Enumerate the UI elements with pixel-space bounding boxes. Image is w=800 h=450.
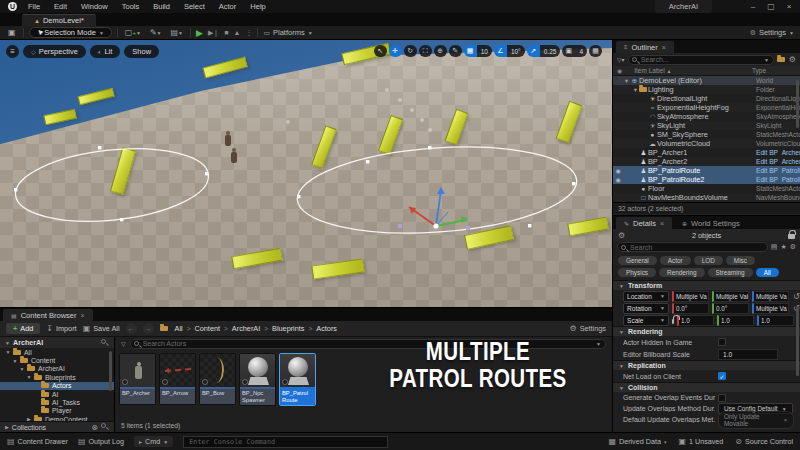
unsaved-button[interactable]: ▣1 Unsaved <box>678 437 723 446</box>
breadcrumb-item-archerai[interactable]: ArcherAI <box>232 324 260 333</box>
details-scrollbar[interactable] <box>796 306 799 376</box>
rotation-snap-value[interactable]: 10° <box>507 45 525 57</box>
cmd-dropdown[interactable]: ▸Cmd▼ <box>134 436 173 447</box>
settings-dropdown[interactable]: ⚙ Settings ▼ <box>750 28 794 37</box>
outliner-row[interactable]: ▼⊕DemoLevel (Editor)World <box>613 76 800 85</box>
surface-snap-button[interactable]: ✎ <box>449 45 462 57</box>
outliner-row[interactable]: □NavMeshBoundsVolumeNavMeshBoundsVo <box>613 193 800 202</box>
more-options-icon[interactable]: ⋮ <box>245 29 252 37</box>
world-space-button[interactable]: ⊕ <box>434 45 447 57</box>
breadcrumb-item-actors[interactable]: Actors <box>316 324 337 333</box>
outliner-row[interactable]: ◉♟BP_PatrolRouteEdit BP_PatrolRoute <box>613 166 800 175</box>
eye-icon[interactable]: ◉ <box>613 167 623 174</box>
selection-mode-dropdown[interactable]: ▶ Selection Mode ▼ <box>29 27 112 38</box>
collections-bar[interactable]: ▶ Collections ⊗ <box>0 421 114 432</box>
select-tool-button[interactable]: ↖ <box>374 45 387 57</box>
scale-tool-button[interactable]: ⛶ <box>419 45 432 57</box>
breadcrumb-item-content[interactable]: Content <box>194 324 220 333</box>
play-button[interactable]: ▶ <box>196 28 203 38</box>
import-button[interactable]: ↧Import <box>46 324 76 333</box>
3d-viewport[interactable]: ≡ ◇ Perspective ◐ Lit Show ↖ ✛ ↻ ⛶ ⊕ ✎ ▦… <box>0 40 612 307</box>
move-tool-button[interactable]: ✛ <box>389 45 402 57</box>
outliner-row[interactable]: ☁VolumetricCloudVolumetricCloud <box>613 139 800 148</box>
outliner-row[interactable]: ◉♟BP_PatrolRoute2Edit BP_PatrolRoute <box>613 175 800 184</box>
section-collision[interactable]: ▼Collision <box>613 382 800 392</box>
matrix-icon[interactable]: ▤ <box>771 243 778 251</box>
menu-build[interactable]: Build <box>146 2 177 11</box>
save-all-button[interactable]: ▣Save All <box>83 324 120 333</box>
forward-button[interactable]: → <box>143 323 154 334</box>
expand-arrow-icon[interactable]: ▼ <box>623 78 630 84</box>
menu-file[interactable]: File <box>21 2 47 11</box>
asset-tile[interactable]: BP_Arrow <box>159 353 196 405</box>
column-item-label[interactable]: Item Label <box>634 67 664 74</box>
scale-snap-icon[interactable]: ↗ <box>527 45 540 57</box>
sidebar-folder-player[interactable]: Player <box>0 407 114 415</box>
close-button[interactable]: × <box>780 0 798 13</box>
stop-button[interactable]: ■ <box>224 29 228 36</box>
lit-dropdown[interactable]: ◐ Lit <box>90 45 121 58</box>
sidebar-folder-ai_tasks[interactable]: AI_Tasks <box>0 398 114 406</box>
scale-y-field[interactable]: 1.0 <box>717 315 754 326</box>
menu-actor[interactable]: Actor <box>212 2 244 11</box>
sidebar-folder-actors[interactable]: Actors <box>0 382 114 390</box>
menu-edit[interactable]: Edit <box>47 2 74 11</box>
asset-tile[interactable]: BP_Npc Spawner <box>239 353 276 406</box>
outliner-row[interactable]: ▼LightingFolder <box>613 85 800 94</box>
grid-snap-icon[interactable]: ▦ <box>464 45 477 57</box>
minimize-button[interactable]: – <box>744 0 762 13</box>
gear-icon[interactable]: ⚙ <box>789 55 796 64</box>
sidebar-folder-blueprints[interactable]: ▼Blueprints <box>0 373 114 381</box>
scale-x-field[interactable]: 1.0 <box>677 315 714 326</box>
section-replication[interactable]: ▼Replication <box>613 360 800 370</box>
tab-outliner[interactable]: ≡ Outliner × <box>616 41 674 53</box>
browse-folder-icon[interactable] <box>777 57 785 62</box>
star-icon[interactable]: ★ <box>780 243 786 251</box>
location-z-field[interactable]: Multiple Va <box>752 291 789 302</box>
section-rendering[interactable]: ▼Rendering <box>613 326 800 336</box>
edit-blueprint-link[interactable]: Edit BP_Archer <box>756 149 800 156</box>
visibility-column-icon[interactable]: ◉ <box>617 67 622 74</box>
filter-icon[interactable]: ▽▾ <box>617 56 625 63</box>
search-icon[interactable] <box>101 423 106 428</box>
close-icon[interactable]: × <box>81 312 85 319</box>
location-y-field[interactable]: Multiple Val <box>712 291 749 302</box>
sidebar-folder-all[interactable]: ▼All <box>0 348 114 356</box>
expand-arrow-icon[interactable]: ▼ <box>26 374 32 380</box>
filter-chip-all[interactable]: All <box>756 268 779 277</box>
filter-icon[interactable]: ▽ <box>121 340 126 347</box>
search-icon[interactable] <box>101 339 106 344</box>
gear-icon[interactable]: ⚙ <box>790 243 796 251</box>
asset-tile[interactable]: BP_Archer <box>119 353 156 405</box>
rotation-snap-icon[interactable]: ∠ <box>494 45 507 57</box>
outliner-row[interactable]: ●FloorStaticMeshActor <box>613 184 800 193</box>
generate-overlap-checkbox[interactable] <box>718 394 726 402</box>
filter-chip-misc[interactable]: Misc <box>726 256 755 265</box>
breadcrumb-item-all[interactable]: All <box>175 324 183 333</box>
platforms-dropdown[interactable]: ▭ Platforms ▼ <box>263 28 312 37</box>
scale-z-field[interactable]: 1.0 <box>757 315 794 326</box>
menu-window[interactable]: Window <box>74 2 115 11</box>
content-drawer-button[interactable]: ▤Content Drawer <box>7 437 68 446</box>
level-tab[interactable]: ▲ DemoLevel* <box>22 14 96 26</box>
sidebar-folder-ai[interactable]: AI <box>0 390 114 398</box>
sidebar-folder-content[interactable]: ▼Content <box>0 356 114 364</box>
rotation-z-field[interactable]: Multiple Va <box>752 303 789 314</box>
outliner-row[interactable]: ♟BP_Archer2Edit BP_Archer <box>613 157 800 166</box>
menu-help[interactable]: Help <box>243 2 272 11</box>
outliner-row[interactable]: ◠SkyAtmosphereSkyAtmosphere <box>613 112 800 121</box>
outliner-search-input[interactable] <box>628 55 774 65</box>
rotation-y-field[interactable]: 0.0° <box>712 303 749 314</box>
filter-chip-streaming[interactable]: Streaming <box>708 268 753 277</box>
scale-dropdown[interactable]: Scale▼ <box>623 315 669 326</box>
rotation-dropdown[interactable]: Rotation▼ <box>623 303 669 314</box>
edit-blueprint-link[interactable]: Edit BP_PatrolRoute <box>756 176 800 183</box>
expand-arrow-icon[interactable]: ▼ <box>19 366 25 372</box>
tab-details[interactable]: ✎ Details × <box>616 217 672 229</box>
console-input[interactable] <box>183 436 388 448</box>
sources-header[interactable]: ▼ ArcherAI <box>0 337 114 348</box>
unreal-logo-icon[interactable]: U <box>8 2 17 11</box>
cb-settings-dropdown[interactable]: ⚙ Settings <box>569 324 606 333</box>
column-type[interactable]: Type <box>752 67 796 74</box>
actor-hidden-checkbox[interactable] <box>718 338 726 346</box>
